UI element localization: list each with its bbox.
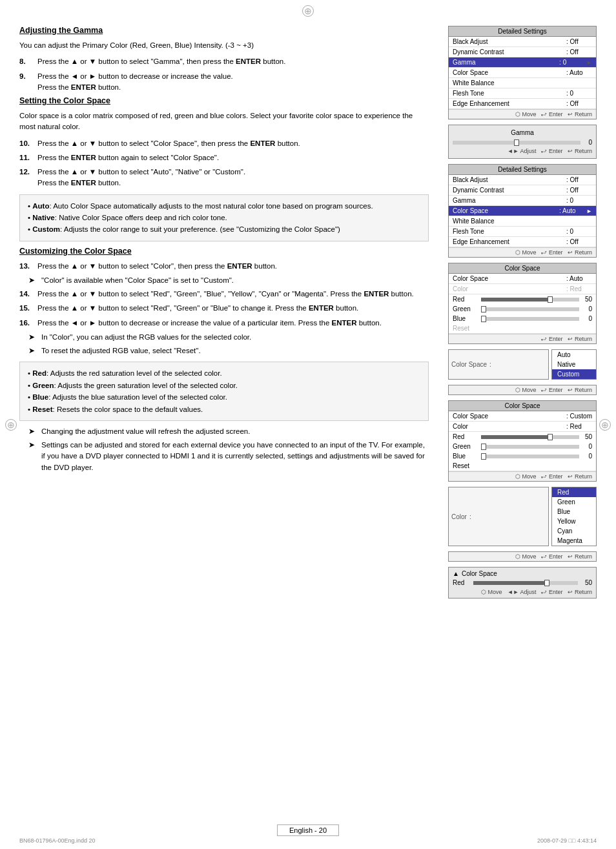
section-customize: Customizing the Color Space 13. Press th… <box>19 247 429 473</box>
step-11-text: Press the ENTER button again to select "… <box>37 152 429 163</box>
detailed-settings-panel-cs: Detailed Settings Black Adjust : Off Dyn… <box>448 164 597 258</box>
cs-option-native[interactable]: Native <box>552 360 596 369</box>
footer-return-1: ↩ Return <box>568 111 592 118</box>
infobox-native: • Native: Native Color Space offers deep… <box>28 212 420 223</box>
bottom-cs-label: Red <box>453 579 471 586</box>
footer-return-color: ↩ Return <box>568 553 592 560</box>
step-9: 9. Press the ◄ or ► button to decrease o… <box>19 71 429 94</box>
cs-selector-label: Color Space <box>451 361 487 368</box>
gamma-enter-label: ⮐ Enter <box>541 148 562 154</box>
cs-selector-colon: : <box>489 361 491 368</box>
cs-blue-val-auto: 0 <box>582 315 592 322</box>
ds-footer-2: ⬡ Move ⮐ Enter ↩ Return <box>449 247 596 257</box>
ds-row-blackadjust-1: Black Adjust : Off <box>449 37 596 47</box>
color-dropdown-container: Color : Red Green Blue Yellow Cyan Magen… <box>448 487 597 546</box>
step-9-text: Press the ◄ or ► button to decrease or i… <box>37 71 429 94</box>
footer-move-cs: ⬡ Move <box>515 387 537 393</box>
ds-row-dyncontrast-1: Dynamic Contrast : Off <box>449 47 596 57</box>
color-dropdown: Red Green Blue Yellow Cyan Magenta <box>551 487 597 546</box>
step-12: 12. Press the ▲ or ▼ button to select "A… <box>19 167 429 189</box>
cs-option-custom[interactable]: Custom <box>552 369 596 379</box>
cs-blue-val-custom: 0 <box>582 453 592 460</box>
footer-enter-color: ⮐ Enter <box>541 553 562 560</box>
color-option-red[interactable]: Red <box>552 487 596 497</box>
colorspace-panel-custom: Color Space Color Space : Custom Color :… <box>448 400 597 482</box>
arrow-note-reset: ➤ To reset the adjusted RGB value, selec… <box>19 345 429 356</box>
step-16-text: Press the ◄ or ► button to decrease or i… <box>37 318 429 329</box>
ds-row-colorspace-2: Color Space : Auto ► <box>449 206 596 216</box>
doc-footer: BN68-01796A-00Eng.indd 20 2008-07-29 □□ … <box>19 837 597 844</box>
step-9-num: 9. <box>19 71 34 94</box>
footer-enter-cs-custom: ⮐ Enter <box>541 473 562 480</box>
page-number-box: English - 20 <box>277 824 339 836</box>
bottom-cs-fill <box>473 581 546 585</box>
step-10: 10. Press the ▲ or ▼ button to select "C… <box>19 138 429 149</box>
footer-return-cs-custom: ↩ Return <box>568 473 592 480</box>
ds-footer-1: ⬡ Move ⮐ Enter ↩ Return <box>449 109 596 119</box>
cs-option-auto[interactable]: Auto <box>552 350 596 360</box>
step-14: 14. Press the ▲ or ▼ button to select "R… <box>19 289 429 300</box>
bottom-cs-track <box>473 581 578 585</box>
bottom-cs-panel: ▲ Color Space Red 50 ⬡ Move ◄► Adjust ⮐ … <box>448 567 597 598</box>
gamma-footer: ◄► Adjust ⮐ Enter ↩ Return <box>453 146 592 154</box>
footer-move-2: ⬡ Move <box>515 249 537 256</box>
color-option-cyan[interactable]: Cyan <box>552 526 596 536</box>
footer-enter-2: ⮐ Enter <box>541 249 562 256</box>
gamma-slider-panel: Gamma 0 ◄► Adjust ⮐ Enter ↩ Return <box>448 125 597 159</box>
page-footer: English - 20 <box>0 824 616 836</box>
step-13-text: Press the ▲ or ▼ button to select "Color… <box>37 261 429 272</box>
footer-return-cs: ↩ Return <box>568 387 592 393</box>
arrow-note-settings: ➤ Settings can be adjusted and stored fo… <box>19 440 429 473</box>
arrow-sym-3: ➤ <box>28 345 37 356</box>
color-option-magenta[interactable]: Magenta <box>552 536 596 546</box>
bottom-cs-up-arrow: ▲ <box>453 570 459 577</box>
section-gamma: Adjusting the Gamma You can adjust the P… <box>19 26 429 93</box>
color-dropdown-colon: : <box>469 513 471 520</box>
gamma-thumb <box>514 139 519 146</box>
step-8: 8. Press the ▲ or ▼ button to select "Ga… <box>19 56 429 67</box>
footer-move-color: ⬡ Move <box>515 553 537 560</box>
cs-slider-red-auto: Red 50 <box>449 294 596 304</box>
cs-selector-container: Color Space : Auto Native Custom <box>448 349 597 380</box>
ds-row-dyncontrast-2: Dynamic Contrast : Off <box>449 185 596 196</box>
color-dropdown-label: Color <box>451 513 467 520</box>
arrow-note-refresh-text: Changing the adjustment value will refre… <box>41 426 250 437</box>
cs-red-val-custom: 50 <box>582 433 592 440</box>
gamma-panel-title: Gamma <box>453 129 592 136</box>
footer-enter-cs-auto: ⮐ Enter <box>541 336 562 342</box>
ds-row-gamma-2: Gamma : 0 <box>449 196 596 206</box>
color-option-yellow[interactable]: Yellow <box>552 517 596 526</box>
colorspace-panel-auto: Color Space Color Space : Auto Color : R… <box>448 263 597 344</box>
bottom-cs-footer: ⬡ Move ◄► Adjust ⮐ Enter ↩ Return <box>453 588 592 595</box>
right-column: Detailed Settings Black Adjust : Off Dyn… <box>448 26 597 823</box>
cs-red-track-custom <box>481 435 579 439</box>
cs-red-val-auto: 50 <box>582 296 592 303</box>
cs-slider-blue-auto: Blue 0 <box>449 314 596 323</box>
gamma-slider-row: 0 <box>453 139 592 146</box>
ds-row-whitebalance-1: White Balance <box>449 78 596 88</box>
gamma-return-label: ↩ Return <box>568 148 592 154</box>
ds-row-fleshtone-2: Flesh Tone : 0 <box>449 227 596 237</box>
colorspace-heading: Setting the Color Space <box>19 96 429 105</box>
arrow-note-reset-text: To reset the adjusted RGB value, select … <box>41 345 201 356</box>
left-column: Adjusting the Gamma You can adjust the P… <box>19 26 435 823</box>
cs-footer-auto: ⮐ Enter ↩ Return <box>449 334 596 343</box>
footer-return-2: ↩ Return <box>568 249 592 256</box>
gamma-adjust-label: ◄► Adjust <box>508 148 537 154</box>
doc-footer-left: BN68-01796A-00Eng.indd 20 <box>19 837 96 844</box>
colorspace-title-auto: Color Space <box>449 263 596 274</box>
ds-row-whitebalance-2: White Balance <box>449 216 596 227</box>
right-decoration-icon: ⊕ <box>599 419 611 431</box>
step-15-num: 15. <box>19 303 34 314</box>
step-13: 13. Press the ▲ or ▼ button to select "C… <box>19 261 429 272</box>
color-option-blue[interactable]: Blue <box>552 507 596 517</box>
gamma-value: 0 <box>583 139 592 146</box>
color-option-green[interactable]: Green <box>552 497 596 507</box>
cs-slider-blue-custom: Blue 0 <box>449 451 596 461</box>
section-colorspace: Setting the Color Space Color space is a… <box>19 96 429 241</box>
bottom-cs-title-label: Color Space <box>462 570 497 577</box>
arrow-sym-5: ➤ <box>28 440 37 473</box>
detailed-settings-panel-gamma: Detailed Settings Black Adjust : Off Dyn… <box>448 26 597 119</box>
page: ⊕ ⊕ ⊕ Adjusting the Gamma You can adjust… <box>0 0 616 849</box>
gamma-heading: Adjusting the Gamma <box>19 26 429 35</box>
